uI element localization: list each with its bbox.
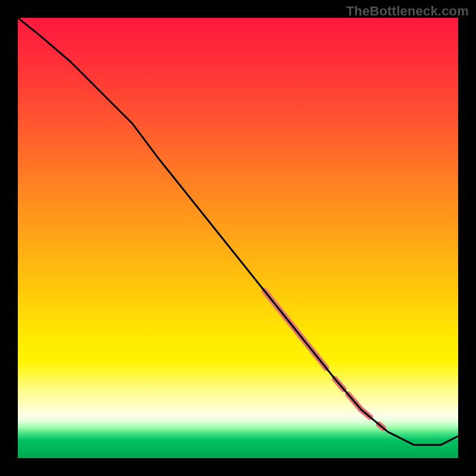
chart-container: TheBottleneck.com [0,0,476,476]
plot-area [18,18,458,458]
watermark-text: TheBottleneck.com [346,4,469,19]
